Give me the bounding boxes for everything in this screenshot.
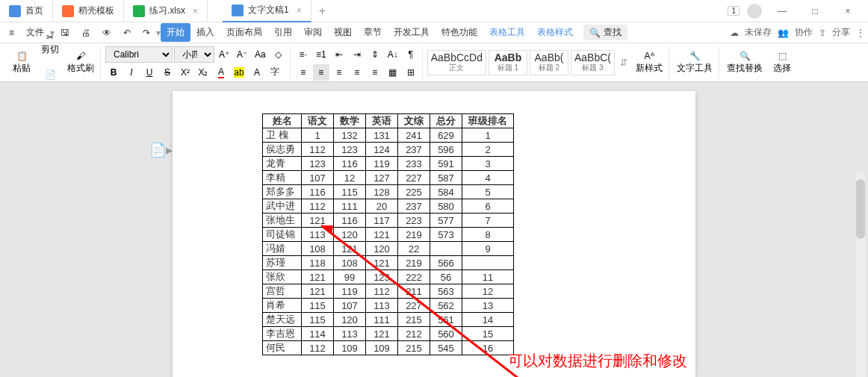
vertical-scrollbar[interactable] <box>856 172 865 377</box>
table-cell[interactable]: 楚天远 <box>263 313 302 327</box>
table-cell[interactable]: 14 <box>462 313 514 327</box>
cloud-icon[interactable]: ☁ <box>730 28 739 38</box>
page-margin-icon[interactable]: 📄▸ <box>149 142 173 158</box>
menu-reference[interactable]: 引用 <box>268 23 298 42</box>
table-cell[interactable]: 113 <box>302 228 334 242</box>
table-cell[interactable]: 113 <box>366 299 398 313</box>
search-input[interactable]: 🔍 查找 <box>583 25 627 40</box>
table-cell[interactable]: 5 <box>462 185 514 199</box>
data-table[interactable]: 姓名语文数学英语文综总分班级排名卫 槐11321312416291侯志勇1121… <box>262 113 514 355</box>
table-row[interactable]: 苏瑾118108121219566 <box>263 256 514 270</box>
more-icon[interactable]: ⋮ <box>856 28 865 38</box>
table-cell[interactable]: 114 <box>302 327 334 341</box>
clear-format-icon[interactable]: ◇ <box>270 46 287 63</box>
menu-special[interactable]: 特色功能 <box>435 23 483 42</box>
table-cell[interactable]: 99 <box>334 270 366 284</box>
table-cell[interactable]: 22 <box>398 242 430 256</box>
table-cell[interactable]: 111 <box>366 313 398 327</box>
table-cell[interactable]: 15 <box>462 327 514 341</box>
table-cell[interactable]: 237 <box>398 199 430 214</box>
table-cell[interactable]: 张欣 <box>263 270 302 284</box>
coop-icon[interactable]: 👥 <box>778 28 789 38</box>
table-cell[interactable]: 108 <box>302 242 334 256</box>
table-header[interactable]: 语文 <box>302 114 334 128</box>
decrease-font-icon[interactable]: A⁻ <box>234 46 250 63</box>
table-cell[interactable]: 563 <box>430 284 462 299</box>
menu-insert[interactable]: 插入 <box>190 23 220 42</box>
table-row[interactable]: 肖希11510711322756213 <box>263 299 514 313</box>
table-cell[interactable]: 121 <box>302 214 334 228</box>
bullets-button[interactable]: ≡· <box>295 46 311 63</box>
table-cell[interactable]: 109 <box>334 341 366 355</box>
table-row[interactable]: 宫哲12111911221156312 <box>263 284 514 299</box>
table-cell[interactable]: 116 <box>334 214 366 228</box>
toolbar-preview-icon[interactable]: 👁 <box>96 25 117 41</box>
table-header[interactable]: 总分 <box>430 114 462 128</box>
table-cell[interactable]: 562 <box>430 299 462 313</box>
table-cell[interactable]: 119 <box>334 284 366 299</box>
table-cell[interactable]: 108 <box>334 256 366 270</box>
menu-tablestyle[interactable]: 表格样式 <box>531 23 579 42</box>
table-cell[interactable]: 132 <box>334 128 366 143</box>
table-cell[interactable]: 223 <box>398 214 430 228</box>
menu-start[interactable]: 开始 <box>161 23 190 42</box>
table-row[interactable]: 张欣121991232225611 <box>263 270 514 284</box>
table-cell[interactable]: 225 <box>398 185 430 199</box>
table-cell[interactable]: 123 <box>334 143 366 157</box>
table-cell[interactable] <box>462 256 514 270</box>
table-cell[interactable]: 120 <box>366 242 398 256</box>
tab-doc[interactable]: 文字文稿1 × <box>223 0 311 22</box>
menu-review[interactable]: 审阅 <box>298 23 328 42</box>
table-row[interactable]: 郑多多1161151282255845 <box>263 185 514 199</box>
table-cell[interactable]: 577 <box>430 214 462 228</box>
tab-template[interactable]: 稻壳模板 <box>53 0 124 22</box>
subscript-button[interactable]: X₂ <box>195 64 211 81</box>
document-page[interactable]: 姓名语文数学英语文综总分班级排名卫 槐11321312416291侯志勇1121… <box>173 91 695 377</box>
table-row[interactable]: 冯婧108121120229 <box>263 242 514 256</box>
share-label[interactable]: 分享 <box>832 26 850 39</box>
bold-button[interactable]: B <box>105 64 122 81</box>
table-row[interactable]: 张地生1211161172235777 <box>263 214 514 228</box>
coop-label[interactable]: 协作 <box>795 26 813 39</box>
table-row[interactable]: 楚天远11512011121556114 <box>263 313 514 327</box>
table-cell[interactable]: 131 <box>366 128 398 143</box>
findreplace-button[interactable]: 🔍 查找替换 <box>724 46 766 79</box>
table-cell[interactable]: 张地生 <box>263 214 302 228</box>
table-cell[interactable]: 121 <box>366 228 398 242</box>
table-cell[interactable]: 宫哲 <box>263 284 302 299</box>
table-cell[interactable]: 2 <box>462 143 514 157</box>
linespacing-button[interactable]: ⇕ <box>367 46 383 63</box>
table-cell[interactable]: 苏瑾 <box>263 256 302 270</box>
style-heading2[interactable]: AaBb( 标题 2 <box>530 50 568 75</box>
newstyle-button[interactable]: Aᴬ 新样式 <box>633 46 666 79</box>
table-header[interactable]: 英语 <box>366 114 398 128</box>
table-header[interactable]: 数学 <box>334 114 366 128</box>
texttools-button[interactable]: 🔧 文字工具 <box>674 46 716 79</box>
unsaved-label[interactable]: 未保存 <box>745 26 772 39</box>
case-icon[interactable]: Aa <box>252 46 269 63</box>
table-row[interactable]: 龙青1231161192335913 <box>263 157 514 171</box>
indent-button[interactable]: ⇥ <box>349 46 365 63</box>
table-cell[interactable]: 128 <box>366 185 398 199</box>
align-left-button[interactable]: ≡ <box>295 64 311 81</box>
formatpainter-button[interactable]: 🖌 格式刷 <box>64 46 97 79</box>
table-row[interactable]: 侯志勇1121231242375962 <box>263 143 514 157</box>
table-cell[interactable]: 233 <box>398 157 430 171</box>
underline-button[interactable]: U <box>141 64 158 81</box>
table-cell[interactable]: 3 <box>462 157 514 171</box>
toolbar-print-icon[interactable]: 🖨 <box>75 25 96 41</box>
table-cell[interactable]: 237 <box>398 143 430 157</box>
table-cell[interactable]: 227 <box>398 171 430 185</box>
table-cell[interactable]: 117 <box>366 214 398 228</box>
table-cell[interactable]: 545 <box>430 341 462 355</box>
highlight-button[interactable]: ab <box>231 64 247 81</box>
table-cell[interactable]: 6 <box>462 199 514 214</box>
close-icon[interactable]: × <box>835 6 861 16</box>
table-cell[interactable] <box>430 242 462 256</box>
table-cell[interactable]: 111 <box>334 199 366 214</box>
table-cell[interactable]: 11 <box>462 270 514 284</box>
table-cell[interactable]: 4 <box>462 171 514 185</box>
menu-view[interactable]: 视图 <box>328 23 358 42</box>
table-cell[interactable]: 219 <box>398 228 430 242</box>
table-cell[interactable]: 龙青 <box>263 157 302 171</box>
